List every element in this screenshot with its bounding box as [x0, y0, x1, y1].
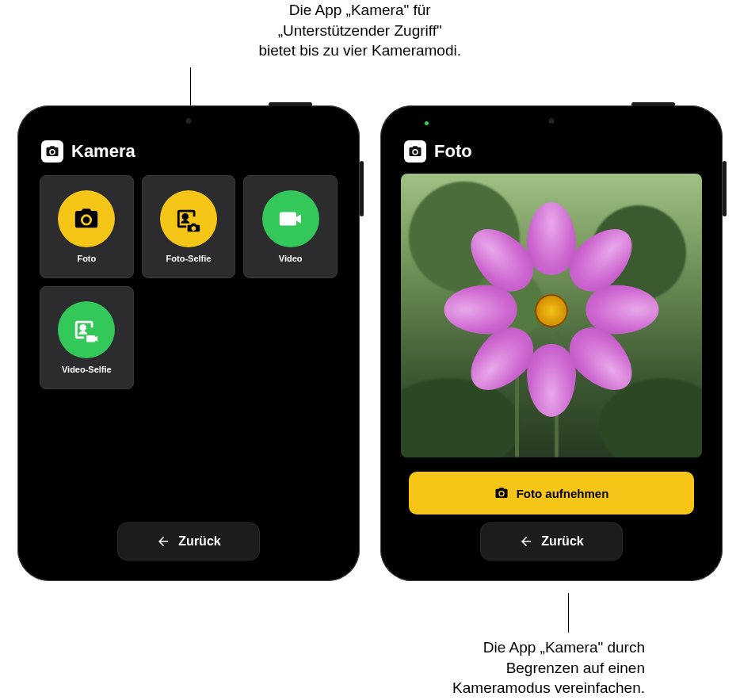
screen-right: Foto	[390, 115, 713, 572]
status-bar	[38, 126, 339, 131]
mode-label: Foto-Selfie	[166, 254, 212, 263]
selfie-camera-icon	[160, 190, 217, 247]
camera-icon	[494, 486, 509, 500]
back-button[interactable]: Zurück	[117, 522, 260, 560]
arrow-left-icon	[156, 534, 170, 549]
app-header-title: Foto	[434, 141, 472, 162]
camera-viewfinder	[401, 174, 702, 457]
back-button-label: Zurück	[541, 534, 583, 549]
mode-tile-foto[interactable]: Foto	[40, 175, 134, 278]
app-header-right: Foto	[401, 139, 702, 166]
selfie-video-icon	[58, 301, 115, 358]
mode-tile-video-selfie[interactable]: Video-Selfie	[40, 286, 134, 389]
callout-line-bottom	[568, 593, 569, 633]
device-right: Foto	[380, 105, 723, 581]
video-icon	[262, 190, 319, 247]
screen-left: Kamera Foto Foto-Selfie	[27, 115, 350, 572]
device-left: Kamera Foto Foto-Selfie	[17, 105, 360, 581]
power-button	[269, 102, 312, 106]
app-header-left: Kamera	[38, 139, 339, 166]
take-photo-button[interactable]: Foto aufnehmen	[409, 472, 694, 514]
camera-active-indicator-icon	[425, 121, 429, 125]
camera-icon	[58, 190, 115, 247]
mode-label: Video-Selfie	[62, 365, 112, 374]
callout-bottom: Die App „Kamera" durch Begrenzen auf ein…	[452, 637, 645, 698]
foliage-icon	[472, 269, 544, 340]
app-header-title: Kamera	[71, 141, 135, 162]
camera-mode-grid: Foto Foto-Selfie Video	[38, 174, 339, 391]
flower-bud-icon	[508, 340, 525, 364]
flower-stem-icon	[515, 362, 519, 457]
take-photo-label: Foto aufnehmen	[517, 487, 609, 500]
camera-app-icon	[404, 140, 426, 163]
arrow-left-icon	[519, 534, 533, 549]
mode-label: Foto	[77, 254, 96, 263]
callout-top: Die App „Kamera" für „Unterstützender Zu…	[258, 0, 461, 61]
flower-stem-icon	[555, 331, 559, 457]
foliage-icon	[401, 378, 520, 457]
foliage-icon	[591, 205, 686, 300]
viewfinder-scene	[401, 174, 702, 457]
back-button[interactable]: Zurück	[480, 522, 623, 560]
bottom-bar-right: Zurück	[401, 522, 702, 562]
mode-tile-video[interactable]: Video	[243, 175, 338, 278]
volume-button	[360, 161, 364, 216]
bottom-bar-left: Zurück	[38, 522, 339, 562]
device-pair: Kamera Foto Foto-Selfie	[17, 105, 723, 581]
mode-label: Video	[279, 254, 303, 263]
status-bar	[401, 126, 702, 131]
camera-app-icon	[41, 140, 63, 163]
mode-tile-foto-selfie[interactable]: Foto-Selfie	[142, 175, 236, 278]
foliage-icon	[599, 378, 702, 457]
power-button	[631, 102, 675, 106]
back-button-label: Zurück	[178, 534, 220, 549]
spacer	[38, 399, 339, 514]
volume-button	[723, 161, 727, 216]
